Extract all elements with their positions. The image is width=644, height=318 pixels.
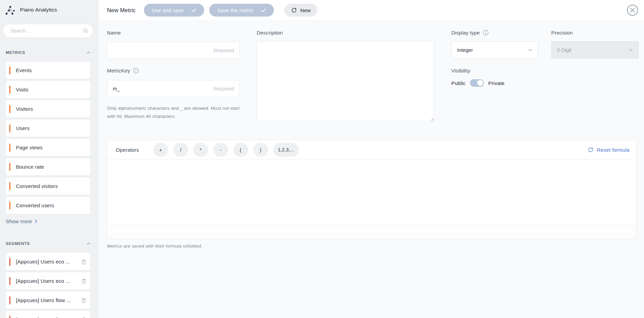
reset-formula-link[interactable]: Reset formula (588, 147, 629, 153)
delete-segment-icon[interactable] (80, 277, 87, 285)
sidebar-item-page-views[interactable]: Page views (6, 139, 90, 156)
segment-label: [Appcues] Users flow ... (16, 297, 71, 303)
brand-header: Piano Analytics (4, 4, 57, 16)
name-label: Name (107, 30, 121, 36)
show-more-label: Show more (6, 218, 32, 224)
metrickey-helper-text: Only alphanumeric characters and _ are a… (107, 104, 243, 121)
sidebar-item-segment[interactable]: [Appcues] Users flow ... (6, 292, 90, 309)
info-icon[interactable] (133, 68, 139, 73)
top-bar: New Metric Use and save Save the metric … (99, 0, 644, 21)
visibility-private-label: Private (488, 80, 505, 86)
metric-label: Events (16, 67, 32, 73)
metric-color-bar (9, 105, 10, 113)
chevron-down-icon (528, 49, 532, 51)
collapse-metrics-icon[interactable] (87, 51, 90, 54)
metrics-section-header: METRICS (6, 50, 90, 55)
sidebar: Piano Analytics METRICS Events Visits Vi… (0, 0, 99, 318)
metrics-section-title: METRICS (6, 50, 25, 55)
app-window: Piano Analytics METRICS Events Visits Vi… (0, 0, 644, 318)
metric-label: Visitors (16, 106, 33, 112)
check-icon (261, 8, 266, 12)
metric-label: Bounce rate (16, 164, 44, 170)
metrickey-required-placeholder: Required (213, 86, 234, 91)
reset-formula-label: Reset formula (597, 147, 629, 153)
chevron-down-icon (629, 49, 633, 51)
toggle-knob (477, 80, 483, 86)
precision-select: 0 Digit (551, 41, 639, 59)
display-type-select[interactable]: Integer (451, 41, 538, 59)
close-icon[interactable] (626, 4, 639, 16)
segments-section-header: SEGMENTS (6, 241, 90, 246)
name-input[interactable] (107, 42, 240, 59)
description-textarea[interactable] (257, 41, 434, 121)
operators-toolbar: Operators + / * - ( ) 1,2,3,... Reset fo… (107, 140, 636, 160)
visibility-label: Visibility (451, 68, 470, 73)
segments-section-title: SEGMENTS (6, 241, 30, 246)
operator-open-paren-button[interactable]: ( (233, 143, 248, 157)
precision-value: 0 Digit (557, 47, 572, 53)
operator-close-paren-button[interactable]: ) (253, 143, 268, 157)
metric-label: Users (16, 125, 29, 131)
metric-label: Converted users (16, 203, 54, 208)
sidebar-item-visits[interactable]: Visits (6, 81, 90, 98)
metrickey-input[interactable]: m_ Required (107, 80, 240, 97)
segment-label: [Appcues] Users eco ... (16, 259, 70, 264)
new-button[interactable]: New (284, 4, 318, 17)
main-area: New Metric Use and save Save the metric … (99, 0, 644, 318)
new-button-label: New (300, 7, 311, 13)
formula-canvas[interactable] (107, 160, 636, 224)
search-icon (83, 28, 88, 34)
sidebar-item-bounce-rate[interactable]: Bounce rate (6, 158, 90, 175)
show-more-link[interactable]: Show more (6, 218, 37, 224)
sidebar-item-segment[interactable]: [Appcues] Users flow ... (6, 311, 90, 318)
metric-color-bar (9, 66, 10, 75)
piano-analytics-logo-icon (4, 4, 15, 16)
chevron-right-icon (35, 219, 37, 223)
segment-color-bar (9, 296, 10, 304)
operator-multiply-button[interactable]: * (193, 143, 208, 157)
use-and-save-button[interactable]: Use and save (144, 4, 204, 17)
description-label: Description (257, 30, 283, 36)
segment-color-bar (9, 277, 10, 285)
save-the-metric-label: Save the metric (217, 7, 254, 13)
operator-plus-button[interactable]: + (153, 143, 168, 157)
formula-footer (107, 224, 636, 239)
segment-label: [Appcues] Users eco ... (16, 278, 70, 284)
formula-note: Metrics are saved with their formula unf… (107, 243, 202, 249)
use-and-save-label: Use and save (152, 7, 184, 13)
page-title: New Metric (107, 7, 136, 14)
sidebar-item-events[interactable]: Events (6, 62, 90, 79)
operator-minus-button[interactable]: - (213, 143, 228, 157)
visibility-public-label: Public (451, 80, 466, 86)
metric-color-bar (9, 182, 10, 190)
collapse-segments-icon[interactable] (87, 242, 90, 245)
metrickey-label: MetricKey (107, 68, 139, 73)
segment-color-bar (9, 316, 10, 318)
delete-segment-icon[interactable] (80, 297, 87, 304)
visibility-toggle[interactable] (470, 79, 484, 87)
operator-number-button[interactable]: 1,2,3,... (273, 143, 299, 157)
operator-divide-button[interactable]: / (173, 143, 188, 157)
brand-name: Piano Analytics (20, 7, 57, 13)
sidebar-item-segment[interactable]: [Appcues] Users eco ... (6, 253, 90, 270)
info-icon[interactable] (483, 30, 489, 36)
sidebar-item-users[interactable]: Users (6, 120, 90, 137)
metric-color-bar (9, 202, 10, 210)
visibility-control: Public Private (451, 79, 505, 87)
sidebar-item-converted-visitors[interactable]: Converted visitors (6, 177, 90, 195)
delete-segment-icon[interactable] (80, 258, 87, 266)
delete-segment-icon[interactable] (80, 316, 87, 318)
sidebar-item-visitors[interactable]: Visitors (6, 100, 90, 118)
metric-color-bar (9, 144, 10, 152)
search-input[interactable] (10, 28, 81, 34)
operators-label: Operators (116, 147, 139, 153)
metric-label: Page views (16, 145, 43, 150)
segment-color-bar (9, 258, 10, 266)
sidebar-search[interactable] (3, 24, 93, 37)
sidebar-item-segment[interactable]: [Appcues] Users eco ... (6, 272, 90, 290)
refresh-icon (291, 7, 297, 13)
save-the-metric-button[interactable]: Save the metric (209, 4, 274, 17)
sidebar-item-converted-users[interactable]: Converted users (6, 197, 90, 214)
display-type-label: Display type (451, 30, 489, 36)
metric-color-bar (9, 163, 10, 171)
